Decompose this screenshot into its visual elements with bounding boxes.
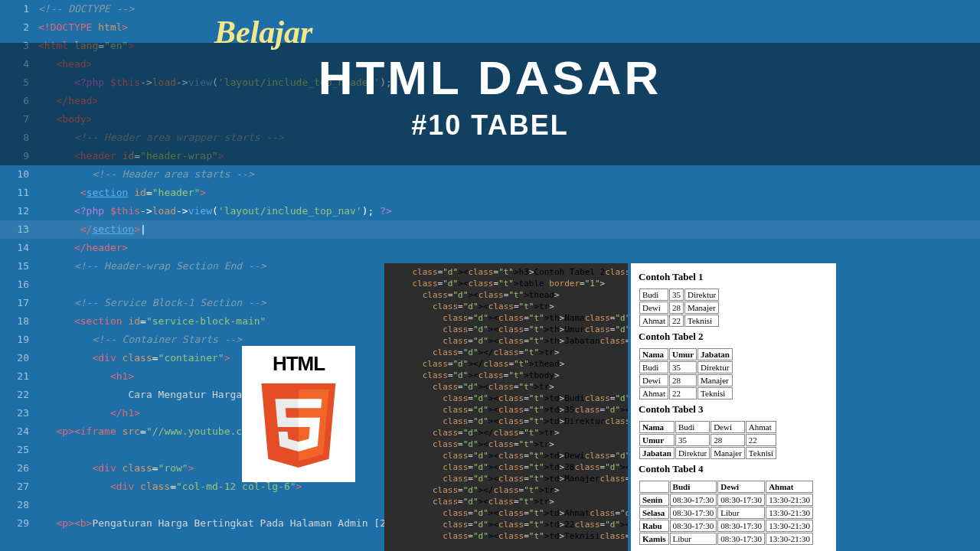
snippet-line: class="d"><class="t">table border="1"> <box>392 278 620 289</box>
line-code[interactable]: <!-- Header-wrap Section End --> <box>38 257 266 276</box>
line-number: 28 <box>0 496 38 514</box>
line-code[interactable]: <div class="container"> <box>38 349 230 367</box>
snippet-line: class="d"><class="t">tr> <box>392 496 620 507</box>
line-number: 24 <box>0 422 38 441</box>
line-code[interactable]: <!-- Header area starts --> <box>38 165 254 184</box>
line-number: 10 <box>0 165 38 184</box>
title-main: HTML DASAR <box>0 51 980 105</box>
line-number: 23 <box>0 404 38 422</box>
snippet-line: class="d"><class="t">td>Dewiclass="d"></… <box>392 450 620 461</box>
line-code[interactable]: <section id="service-block-main" <box>38 312 266 331</box>
snippet-line: class="d"><class="t">h3>Contoh Tabel 2cl… <box>392 266 620 278</box>
snippet-line: class="d"><class="t">td>Teknisiclass="d"… <box>392 530 620 542</box>
snippet-line: class="d"><class="t">td>Direkturclass="d… <box>392 416 620 427</box>
line-code[interactable]: <!-- Container Starts --> <box>38 331 242 349</box>
browser-preview-panel: Contoh Tabel 1Budi35DirekturDewi28Manaje… <box>631 263 836 551</box>
line-number: 22 <box>0 386 38 404</box>
line-code[interactable]: </h1> <box>38 404 140 422</box>
preview-heading: Contoh Tabel 1 <box>639 271 828 283</box>
line-number: 12 <box>0 202 38 220</box>
line-code[interactable]: </section>| <box>38 220 146 239</box>
editor-line[interactable]: 11 <section id="header"> <box>0 184 980 202</box>
snippet-line: class="d"><class="t">thead> <box>392 289 620 301</box>
preview-heading: Contoh Tabel 4 <box>639 463 828 475</box>
line-code[interactable]: </header> <box>38 239 128 257</box>
line-number: 13 <box>0 220 38 239</box>
snippet-line: class="d"><class="t">td>Manajerclass="d"… <box>392 473 620 484</box>
line-code[interactable]: <?php $this->load->view('layout/include_… <box>38 202 392 220</box>
line-number: 19 <box>0 331 38 349</box>
line-number: 15 <box>0 257 38 276</box>
title-overlay: Belajar HTML DASAR #10 TABEL <box>0 14 980 142</box>
snippet-line: class="d"><class="t">th>Namaclass="d"></… <box>392 312 620 324</box>
line-code[interactable]: <div class="row"> <box>38 459 194 478</box>
editor-line[interactable]: 10 <!-- Header area starts --> <box>0 165 980 184</box>
line-number: 18 <box>0 312 38 331</box>
snippet-line: class="d"></class="t">tr> <box>392 427 620 439</box>
snippet-line: class="d"><class="t">tr> <box>392 439 620 450</box>
snippet-line: class="d"><class="t">td>Budiclass="d"></… <box>392 393 620 404</box>
preview-table: NamaBudiDewiAhmatUmur352822JabatanDirekt… <box>639 420 777 460</box>
snippet-line: class="d"></class="t">tr> <box>392 347 620 358</box>
line-code[interactable]: <h1> <box>38 367 134 386</box>
line-number: 14 <box>0 239 38 257</box>
snippet-line: class="d"><class="t">tbody> <box>392 370 620 381</box>
preview-table: Budi35DirekturDewi28ManajerAhmat22Teknis… <box>639 288 720 328</box>
line-number: 25 <box>0 441 38 459</box>
snippet-line: class="d"><class="t">tr> <box>392 301 620 312</box>
html5-logo: HTML <box>242 346 355 482</box>
snippet-line: class="d"><class="t">td>Ahmatclass="d"><… <box>392 507 620 519</box>
html5-logo-text: HTML <box>273 352 325 376</box>
editor-line[interactable]: 12 <?php $this->load->view('layout/inclu… <box>0 202 980 220</box>
title-belajar: Belajar <box>214 14 312 51</box>
title-sub: #10 TABEL <box>0 109 980 142</box>
code-snippet-panel: class="d"><class="t">h3>Contoh Tabel 2cl… <box>384 263 628 551</box>
line-number: 20 <box>0 349 38 367</box>
preview-heading: Contoh Tabel 2 <box>639 331 828 343</box>
html5-shield-icon <box>256 376 341 475</box>
preview-table: BudiDewiAhmatSenin08:30-17:3008:30-17:30… <box>639 480 814 546</box>
line-number: 11 <box>0 184 38 202</box>
line-number: 26 <box>0 459 38 478</box>
line-number: 16 <box>0 276 38 294</box>
snippet-line: class="d"><class="t">th>Jabatanclass="d"… <box>392 335 620 347</box>
editor-line[interactable]: 14 </header> <box>0 239 980 257</box>
line-number: 17 <box>0 294 38 312</box>
line-number: 21 <box>0 367 38 386</box>
snippet-line: class="d"><class="t">td>28class="d"></cl… <box>392 461 620 473</box>
line-code[interactable]: Cara Mengatur Harga Be <box>38 386 260 404</box>
line-code[interactable]: <!-- Service Block-1 Section --> <box>38 294 266 312</box>
editor-line[interactable]: 13 </section>| <box>0 220 980 239</box>
snippet-line: class="d"><class="t">td>35class="d"></cl… <box>392 404 620 416</box>
line-number: 27 <box>0 478 38 496</box>
line-number: 29 <box>0 514 38 533</box>
preview-heading: Contoh Tabel 3 <box>639 403 828 416</box>
preview-table: NamaUmurJabatanBudi35DirekturDewi28Manaj… <box>639 347 733 400</box>
snippet-line: class="d"><class="t">th>Umurclass="d"></… <box>392 324 620 335</box>
snippet-line: class="d"></class="t">tr> <box>392 484 620 496</box>
snippet-line: class="d"><class="t">tr> <box>392 381 620 393</box>
snippet-line: class="d"></class="t">thead> <box>392 358 620 370</box>
snippet-line: class="d"><class="t">td>22class="d"></cl… <box>392 519 620 530</box>
line-code[interactable]: <section id="header"> <box>38 184 206 202</box>
